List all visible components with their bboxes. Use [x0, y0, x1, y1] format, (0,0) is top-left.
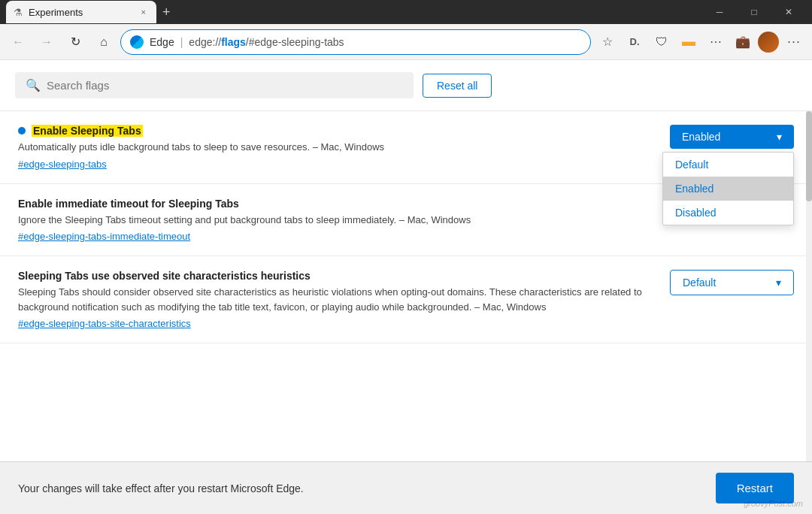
nav-icons: ☆ D. 🛡 ▬ ⋯ 💼 ···	[595, 30, 806, 54]
refresh-button[interactable]: ↻	[63, 30, 87, 54]
reset-all-button[interactable]: Reset all	[423, 74, 492, 98]
search-icon: 🔍	[26, 78, 41, 92]
maximize-button[interactable]: □	[737, 0, 771, 24]
menu-button[interactable]: ···	[782, 30, 806, 54]
dropdown-option-default[interactable]: Default	[663, 153, 793, 177]
flag-control-sleeping-tabs: Enabled ▾ Default Enabled Disabled	[659, 125, 794, 149]
flag-control-site-characteristics: Default ▾	[659, 270, 794, 295]
flag-title-site-characteristics: Sleeping Tabs use observed site characte…	[18, 270, 644, 282]
flags-list: Enable Sleeping Tabs Automatically puts …	[0, 111, 812, 461]
scrollbar-track[interactable]	[806, 111, 812, 461]
search-bar-container[interactable]: 🔍	[15, 72, 414, 98]
flag-dot-sleeping-tabs	[18, 127, 26, 135]
page: 🔍 Reset all Enable Sleeping Tabs Automat…	[0, 60, 812, 514]
flag-dropdown-sleeping-tabs[interactable]: Enabled ▾	[670, 125, 794, 149]
new-tab-button[interactable]: +	[156, 5, 177, 20]
flag-title-text-immediate-timeout: Enable immediate timeout for Sleeping Ta…	[18, 198, 239, 210]
grammarly-icon[interactable]: D.	[623, 30, 647, 54]
active-tab[interactable]: ⚗ Experiments ×	[6, 1, 156, 23]
minimize-button[interactable]: ─	[702, 0, 737, 24]
flag-dropdown-value-sleeping-tabs: Enabled	[682, 131, 720, 143]
flag-info-site-characteristics: Sleeping Tabs use observed site characte…	[18, 270, 644, 329]
flag-desc-site-characteristics: Sleeping Tabs should consider observed s…	[18, 285, 644, 314]
close-button[interactable]: ✕	[771, 0, 806, 24]
dropdown-option-enabled[interactable]: Enabled	[663, 177, 793, 201]
back-button[interactable]: ←	[6, 30, 30, 54]
flag-dropdown-value-site-characteristics: Default	[683, 277, 716, 289]
flag-link-immediate-timeout[interactable]: #edge-sleeping-tabs-immediate-timeout	[18, 231, 190, 242]
tab-icon: ⚗	[14, 7, 23, 18]
flag-desc-immediate-timeout: Ignore the Sleeping Tabs timeout setting…	[18, 213, 644, 228]
footer-bar: Your changes will take effect after you …	[0, 461, 812, 514]
watermark: groovyPost.com	[744, 499, 803, 508]
flags-header: 🔍 Reset all	[0, 60, 812, 111]
nav-bar: ← → ↻ ⌂ Edge | edge://flags/#edge-sleepi…	[0, 24, 812, 60]
tab-bar: ⚗ Experiments × +	[6, 0, 696, 24]
favorites-icon[interactable]: ☆	[595, 30, 620, 54]
address-text: edge://flags/#edge-sleeping-tabs	[189, 36, 344, 48]
edge-logo-icon	[130, 35, 144, 49]
flag-item-site-characteristics: Sleeping Tabs use observed site characte…	[0, 256, 812, 343]
sidebar-icon[interactable]: ▬	[677, 30, 701, 54]
profile-avatar[interactable]	[758, 32, 779, 53]
footer-message: Your changes will take effect after you …	[18, 482, 304, 494]
flag-highlight-sleeping-tabs: Enable Sleeping Tabs	[32, 125, 143, 137]
flag-title-immediate-timeout: Enable immediate timeout for Sleeping Ta…	[18, 198, 644, 210]
flag-title-sleeping-tabs: Enable Sleeping Tabs	[18, 125, 644, 137]
flag-dropdown-arrow-site-characteristics: ▾	[776, 277, 781, 289]
flag-dropdown-site-characteristics[interactable]: Default ▾	[670, 270, 794, 295]
flag-desc-sleeping-tabs: Automatically puts idle background tabs …	[18, 140, 644, 155]
flag-item-sleeping-tabs: Enable Sleeping Tabs Automatically puts …	[0, 111, 812, 184]
tab-label: Experiments	[29, 7, 132, 18]
dropdown-option-disabled[interactable]: Disabled	[663, 201, 793, 225]
flag-link-site-characteristics[interactable]: #edge-sleeping-tabs-site-characteristics	[18, 318, 191, 329]
address-separator: |	[180, 36, 183, 48]
flag-link-sleeping-tabs[interactable]: #edge-sleeping-tabs	[18, 159, 107, 170]
shield-icon[interactable]: 🛡	[650, 30, 674, 54]
wallet-icon[interactable]: 💼	[731, 30, 755, 54]
address-bar[interactable]: Edge | edge://flags/#edge-sleeping-tabs	[120, 29, 591, 55]
scrollbar-thumb[interactable]	[806, 111, 812, 201]
window-controls: ─ □ ✕	[702, 0, 806, 24]
collections-icon[interactable]: ⋯	[704, 30, 728, 54]
title-bar: ⚗ Experiments × + ─ □ ✕	[0, 0, 812, 24]
flag-dropdown-arrow-sleeping-tabs: ▾	[777, 131, 782, 143]
flag-dropdown-menu-sleeping-tabs: Default Enabled Disabled	[662, 152, 794, 225]
flag-title-text-site-characteristics: Sleeping Tabs use observed site characte…	[18, 270, 311, 282]
flag-title-text-sleeping-tabs: Enable Sleeping Tabs	[32, 125, 143, 137]
search-input[interactable]	[47, 79, 403, 92]
forward-button[interactable]: →	[35, 30, 59, 54]
flag-info-immediate-timeout: Enable immediate timeout for Sleeping Ta…	[18, 198, 644, 243]
tab-close-button[interactable]: ×	[138, 6, 149, 18]
flag-info-sleeping-tabs: Enable Sleeping Tabs Automatically puts …	[18, 125, 644, 170]
home-button[interactable]: ⌂	[92, 30, 116, 54]
address-edge-label: Edge	[150, 36, 174, 48]
